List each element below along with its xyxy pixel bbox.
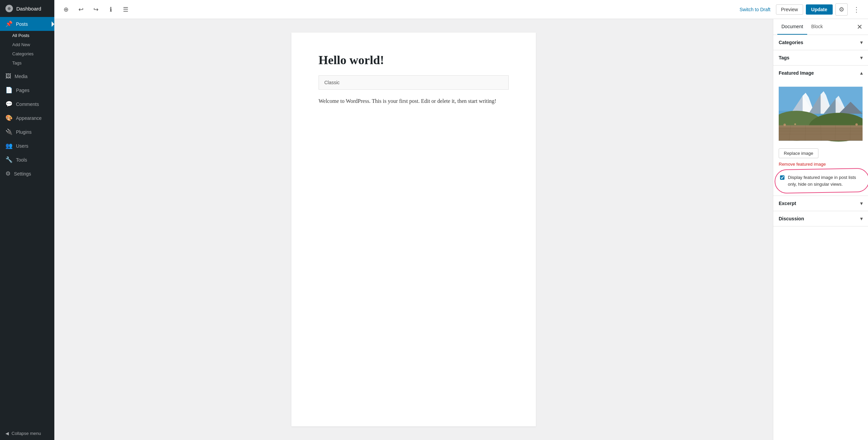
sidebar-item-media[interactable]: 🖼 Media xyxy=(0,70,54,83)
undo-icon: ↩ xyxy=(78,6,84,13)
sidebar-pages-label: Pages xyxy=(16,88,30,93)
right-panel-close-button[interactable]: ✕ xyxy=(855,21,864,32)
users-icon: 👥 xyxy=(5,142,13,149)
svg-point-23 xyxy=(855,123,858,126)
featured-image-accordion-header[interactable]: Featured Image ▴ xyxy=(773,66,868,80)
sidebar-categories[interactable]: Categories xyxy=(0,49,54,58)
preview-button[interactable]: Preview xyxy=(776,4,803,15)
info-icon: ℹ xyxy=(110,6,112,13)
sidebar-posts-submenu: All Posts Add New Categories Tags xyxy=(0,31,54,70)
featured-image-chevron-up-icon: ▴ xyxy=(860,70,863,76)
sidebar-item-pages[interactable]: 📄 Pages xyxy=(0,83,54,97)
right-panel-tabs: Document Block ✕ xyxy=(773,19,868,35)
editor-canvas: Hello world! Classic Welcome to WordPres… xyxy=(291,33,536,426)
sidebar-item-plugins[interactable]: 🔌 Plugins xyxy=(0,125,54,139)
add-block-icon: ⊕ xyxy=(64,6,69,13)
switch-to-draft-button[interactable]: Switch to Draft xyxy=(737,5,773,14)
svg-point-21 xyxy=(783,124,786,126)
editor-main[interactable]: Hello world! Classic Welcome to WordPres… xyxy=(54,19,773,440)
sidebar-posts-label: Posts xyxy=(16,21,28,27)
sidebar-item-comments[interactable]: 💬 Comments xyxy=(0,97,54,111)
featured-image-content: Replace image Remove featured image Disp… xyxy=(773,80,868,196)
featured-image-label: Featured Image xyxy=(779,70,814,76)
categories-chevron-down-icon: ▾ xyxy=(860,40,863,45)
editor-wrapper: Hello world! Classic Welcome to WordPres… xyxy=(54,19,868,440)
sidebar-item-users[interactable]: 👥 Users xyxy=(0,139,54,153)
sidebar-dashboard-label: Dashboard xyxy=(16,6,41,12)
settings-panel-button[interactable]: ⚙ xyxy=(835,3,848,16)
sidebar-all-posts[interactable]: All Posts xyxy=(0,31,54,40)
tab-block[interactable]: Block xyxy=(807,19,827,35)
svg-point-22 xyxy=(794,123,796,125)
sidebar-users-label: Users xyxy=(16,143,29,149)
tab-document[interactable]: Document xyxy=(777,19,807,35)
sidebar-settings-label: Settings xyxy=(14,171,31,177)
sidebar-plugins-label: Plugins xyxy=(16,129,32,135)
categories-section: Categories ▾ xyxy=(773,35,868,50)
display-in-lists-checkbox[interactable] xyxy=(780,175,784,180)
sidebar-tags[interactable]: Tags xyxy=(0,58,54,68)
replace-image-button[interactable]: Replace image xyxy=(779,148,818,158)
sidebar-item-dashboard[interactable]: ⊕ Dashboard xyxy=(0,0,54,17)
excerpt-label: Excerpt xyxy=(779,201,796,206)
update-button[interactable]: Update xyxy=(806,4,833,15)
excerpt-accordion-header[interactable]: Excerpt ▾ xyxy=(773,196,868,211)
appearance-icon: 🎨 xyxy=(5,114,13,122)
sidebar-comments-label: Comments xyxy=(16,102,39,107)
excerpt-section: Excerpt ▾ xyxy=(773,196,868,211)
sidebar: ⊕ Dashboard 📌 Posts All Posts Add New Ca… xyxy=(0,0,54,440)
collapse-menu-label: Collapse menu xyxy=(12,431,41,436)
list-view-button[interactable]: ☰ xyxy=(120,3,132,16)
redo-icon: ↪ xyxy=(93,6,98,13)
info-button[interactable]: ℹ xyxy=(105,3,117,16)
close-icon: ✕ xyxy=(857,23,863,31)
classic-block-label: Classic xyxy=(324,80,340,85)
main-area: ⊕ ↩ ↪ ℹ ☰ Switch to Draft Preview Update… xyxy=(54,0,868,440)
discussion-accordion-header[interactable]: Discussion ▾ xyxy=(773,211,868,226)
media-icon: 🖼 xyxy=(5,73,11,80)
add-block-button[interactable]: ⊕ xyxy=(60,3,72,16)
right-panel: Document Block ✕ Categories ▾ Tags ▾ xyxy=(773,19,868,440)
discussion-label: Discussion xyxy=(779,216,804,221)
posts-icon: 📌 xyxy=(5,20,13,28)
sidebar-item-tools[interactable]: 🔧 Tools xyxy=(0,153,54,167)
more-options-button[interactable]: ⋮ xyxy=(850,3,863,16)
sidebar-tools-label: Tools xyxy=(16,157,27,163)
classic-block[interactable]: Classic xyxy=(319,75,509,90)
vertical-dots-icon: ⋮ xyxy=(853,5,860,14)
list-view-icon: ☰ xyxy=(123,6,128,13)
pages-icon: 📄 xyxy=(5,87,13,94)
sidebar-media-label: Media xyxy=(15,74,28,79)
post-content[interactable]: Welcome to WordPress. This is your first… xyxy=(319,96,509,106)
discussion-section: Discussion ▾ xyxy=(773,211,868,226)
tags-label: Tags xyxy=(779,55,790,60)
display-in-lists-label[interactable]: Display featured image in post lists onl… xyxy=(788,174,861,187)
dashboard-icon: ⊕ xyxy=(5,5,13,12)
categories-accordion-header[interactable]: Categories ▾ xyxy=(773,35,868,50)
collapse-icon: ◀ xyxy=(5,431,9,436)
tools-icon: 🔧 xyxy=(5,156,13,163)
display-in-lists-area: Display featured image in post lists onl… xyxy=(779,171,863,190)
collapse-menu-button[interactable]: ◀ Collapse menu xyxy=(0,427,54,440)
tags-chevron-down-icon: ▾ xyxy=(860,55,863,60)
sidebar-appearance-label: Appearance xyxy=(16,115,42,121)
undo-button[interactable]: ↩ xyxy=(75,3,87,16)
categories-label: Categories xyxy=(779,40,803,45)
post-title[interactable]: Hello world! xyxy=(319,53,509,67)
sidebar-item-posts[interactable]: 📌 Posts xyxy=(0,17,54,31)
excerpt-chevron-down-icon: ▾ xyxy=(860,201,863,206)
sidebar-add-new[interactable]: Add New xyxy=(0,40,54,49)
gear-icon: ⚙ xyxy=(839,6,844,13)
redo-button[interactable]: ↪ xyxy=(90,3,102,16)
topbar: ⊕ ↩ ↪ ℹ ☰ Switch to Draft Preview Update… xyxy=(54,0,868,19)
tags-accordion-header[interactable]: Tags ▾ xyxy=(773,50,868,65)
featured-image-thumbnail[interactable] xyxy=(779,83,863,144)
featured-image-section: Featured Image ▴ xyxy=(773,66,868,196)
tags-section: Tags ▾ xyxy=(773,50,868,66)
plugins-icon: 🔌 xyxy=(5,128,13,135)
remove-featured-image-link[interactable]: Remove featured image xyxy=(779,162,863,167)
sidebar-item-appearance[interactable]: 🎨 Appearance xyxy=(0,111,54,125)
sidebar-item-settings[interactable]: ⚙ Settings xyxy=(0,167,54,181)
settings-icon: ⚙ xyxy=(5,170,11,177)
comments-icon: 💬 xyxy=(5,100,13,108)
